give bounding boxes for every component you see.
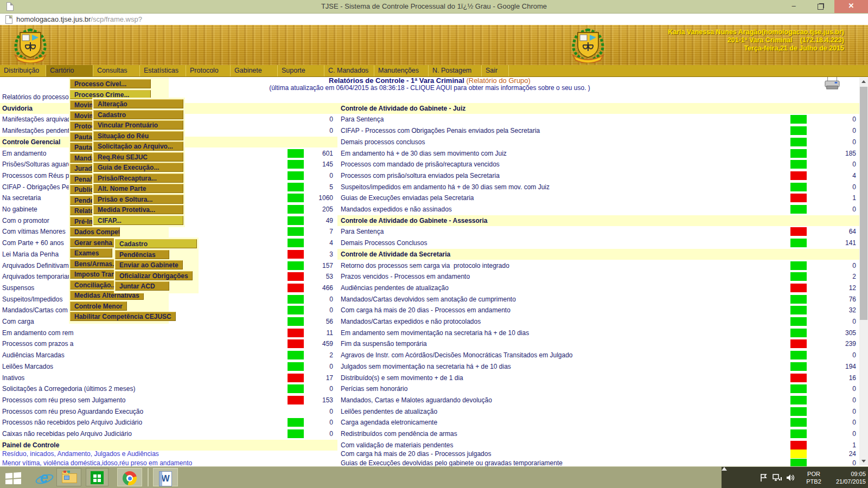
dropdown-item[interactable]: Processo Cível... — [70, 79, 151, 88]
url-bar[interactable]: homologacao.tjse.jus.br/scp/frame.wsp? — [0, 14, 868, 25]
report-value[interactable]: 64 — [813, 228, 856, 235]
report-value[interactable]: 2 — [297, 351, 333, 359]
report-item-label[interactable]: Mandados, Cartas e Malotes aguardando de… — [341, 396, 492, 404]
url-text[interactable]: homologacao.tjse.jus.br/scp/frame.wsp? — [16, 15, 142, 23]
report-value[interactable]: 24 — [813, 450, 856, 458]
report-link[interactable]: Menor vítima, violência doméstica,idoso,… — [2, 459, 192, 467]
report-value[interactable]: 0 — [297, 363, 333, 370]
restore-button[interactable] — [806, 0, 834, 13]
report-value[interactable]: 0 — [813, 115, 856, 123]
report-value[interactable]: 0 — [297, 306, 333, 314]
report-value[interactable]: 466 — [297, 284, 333, 292]
report-item-label[interactable]: Mandados expedidos e não assinados — [341, 206, 452, 213]
menubar-item[interactable]: Gabinete — [231, 65, 278, 76]
report-item-label[interactable]: Arquivados Definitivam — [2, 262, 69, 269]
report-value[interactable]: 0 — [813, 430, 856, 438]
dropdown-item[interactable]: Vincular Prontuário — [93, 120, 183, 130]
dropdown-item[interactable]: Dados Compet — [70, 227, 120, 236]
report-item-label[interactable]: Carga agendada eletronicamente — [341, 419, 437, 426]
report-item-label[interactable]: Mandados/Cartas devolvidos sem anotação … — [341, 296, 516, 303]
report-value[interactable]: 1 — [813, 194, 856, 202]
report-item-label[interactable]: Manifestações arquivad — [2, 115, 71, 123]
report-item-label[interactable]: Com carga — [2, 318, 34, 325]
report-item-label[interactable]: Mandados/Cartas com c — [2, 306, 73, 314]
report-value[interactable]: 2 — [813, 273, 856, 280]
volume-icon[interactable] — [786, 473, 795, 482]
dropdown-item[interactable]: Alt. Nome Parte — [93, 184, 183, 193]
show-hidden-icons-icon[interactable] — [722, 467, 727, 471]
report-value[interactable]: 4 — [813, 172, 856, 179]
report-item-label[interactable]: Inativos — [2, 374, 24, 382]
report-value[interactable]: 0 — [297, 385, 333, 393]
scroll-up-arrow[interactable] — [859, 78, 868, 86]
dropdown-item[interactable]: Juntar ACD — [115, 281, 169, 291]
report-item-label[interactable]: Distribuído(s) e sem movimento + de 1 di… — [341, 374, 463, 382]
report-value[interactable]: 53 — [297, 273, 333, 280]
report-item-label[interactable]: Processos não recebidos pelo Arquivo Jud… — [2, 419, 142, 426]
report-value[interactable]: 194 — [813, 363, 856, 370]
report-value[interactable]: 49 — [297, 217, 333, 224]
dropdown-item[interactable]: Req.Réu SEJUC — [93, 152, 183, 162]
report-item-label[interactable]: Mandados/Cartas expedidos e não protocol… — [341, 318, 481, 325]
dropdown-item[interactable]: Medida Protetiva... — [93, 205, 183, 214]
report-item-label[interactable]: Suspeitos/Impedidos — [2, 296, 62, 303]
report-item-label[interactable]: Fim da suspensão temporária — [341, 340, 427, 348]
scrollbar-thumb[interactable] — [860, 87, 867, 320]
minimize-button[interactable]: – — [781, 0, 806, 13]
report-value[interactable]: 0 — [813, 396, 856, 404]
report-item-label[interactable]: Processos com réu preso Aguardando Execu… — [2, 408, 143, 415]
dropdown-item[interactable]: Cadastro — [115, 239, 197, 248]
report-value[interactable]: 0 — [297, 296, 333, 303]
report-value[interactable]: 0 — [813, 183, 856, 191]
report-item-label[interactable]: Solicitações à Corregedoria (últimos 2 m… — [2, 385, 135, 393]
windows-store-icon[interactable] — [86, 468, 108, 486]
report-item-label[interactable]: No gabinete — [2, 206, 37, 213]
report-value[interactable]: 141 — [813, 239, 856, 247]
report-item-label[interactable]: CIFAP - Processos com Obrigações Penais … — [341, 127, 540, 134]
report-value[interactable]: 7 — [297, 228, 333, 235]
menubar-item[interactable]: Distribuição — [0, 65, 46, 76]
report-value[interactable]: 17 — [297, 374, 333, 382]
report-item-label[interactable]: Julgados sem movimentação na secretaria … — [341, 363, 511, 370]
report-value[interactable]: 0 — [297, 115, 333, 123]
report-value[interactable]: 157 — [297, 262, 333, 269]
report-item-label[interactable]: Arquivados temporariam — [2, 273, 73, 280]
dropdown-item[interactable]: Situação do Réu — [93, 131, 183, 140]
report-item-label[interactable]: Com vítimas Menores — [2, 228, 66, 235]
report-item-label[interactable]: Audiências Marcadas — [2, 351, 65, 359]
report-value[interactable]: 5 — [297, 183, 333, 191]
report-item-label[interactable]: Demais processos conclusos — [341, 138, 425, 146]
report-item-label[interactable]: Agravos de Instr. com Acórdãos/Decisões … — [341, 351, 573, 359]
report-item-label[interactable]: Leilões pendentes de atualização — [341, 408, 437, 415]
report-value[interactable]: 0 — [813, 206, 856, 213]
language-indicator[interactable]: PORPTB2 — [801, 470, 827, 485]
report-value[interactable]: 0 — [813, 138, 856, 146]
file-explorer-icon[interactable] — [56, 468, 81, 486]
dropdown-item[interactable]: Exames — [70, 248, 112, 258]
report-value[interactable]: 1 — [813, 441, 856, 449]
report-item-label[interactable]: Com validação de materiais pendentes — [341, 441, 453, 449]
report-item-label[interactable]: Com o promotor — [2, 217, 49, 224]
report-item-label[interactable]: Com carga há mais de 20 dias - Processos… — [341, 306, 510, 314]
report-item-label[interactable]: CIFAP - Obrigações Pen — [2, 183, 73, 191]
report-item-label[interactable]: Caixas não recebidas pelo Arquivo Judici… — [2, 430, 132, 438]
report-value[interactable]: 0 — [297, 172, 333, 179]
google-chrome-icon[interactable] — [117, 468, 142, 486]
report-item-label[interactable]: Para Sentença — [341, 228, 384, 235]
report-value[interactable]: 76 — [813, 296, 856, 303]
report-value[interactable]: 1060 — [297, 194, 333, 202]
dropdown-item[interactable]: Solicitação ao Arquivo... — [93, 142, 183, 151]
report-value[interactable]: 0 — [813, 419, 856, 426]
report-value[interactable]: 0 — [813, 127, 856, 134]
report-link[interactable]: Resíduo, inicados, Andamento, Julgados e… — [2, 450, 159, 458]
report-item-label[interactable]: Processos com prisão/soltura enviados pe… — [341, 172, 500, 179]
report-item-label[interactable]: Com Parte + 60 anos — [2, 239, 64, 247]
report-item-label[interactable]: Processos com prazos a — [2, 340, 73, 348]
report-item-label[interactable]: Em andamento com rem — [2, 329, 73, 337]
scroll-down-arrow[interactable] — [859, 457, 868, 465]
microsoft-word-icon[interactable] — [153, 468, 178, 486]
dropdown-item[interactable]: Oficializar Obrigações — [115, 271, 193, 280]
report-value[interactable]: 3 — [297, 251, 333, 258]
report-item-label[interactable]: Lei Maria da Penha — [2, 251, 59, 258]
report-item-label[interactable]: Perícias sem honorário — [341, 385, 407, 393]
